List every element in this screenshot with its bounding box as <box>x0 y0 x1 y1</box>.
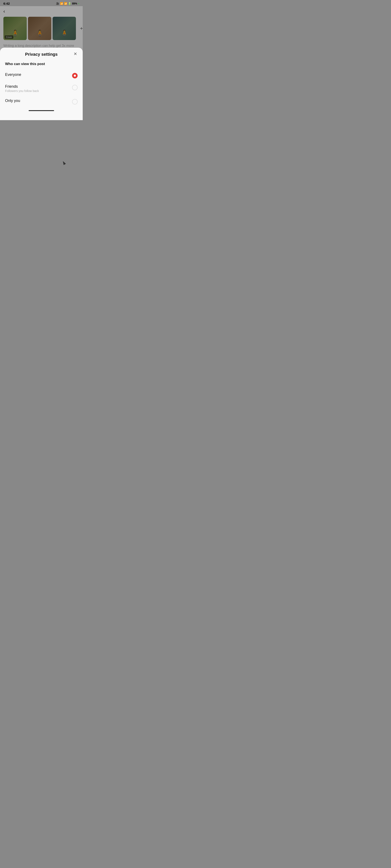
battery-dot: ● <box>78 2 79 5</box>
status-bar: 6:42 🎥 📶 📶 🔋 89% ● <box>0 0 83 6</box>
radio-everyone[interactable] <box>72 73 78 79</box>
status-time: 6:42 <box>3 2 10 5</box>
privacy-option-friends[interactable]: Friends Followers you follow back <box>0 82 83 96</box>
home-bar-line <box>29 110 54 111</box>
video-icon: 🎥 <box>56 2 59 5</box>
privacy-option-friends-sub: Followers you follow back <box>5 89 69 93</box>
privacy-option-only-you-text: Only you <box>5 98 69 103</box>
signal-icon: 📶 <box>60 2 63 5</box>
modal-close-button[interactable]: ✕ <box>72 51 79 57</box>
cursor <box>63 161 67 165</box>
modal-title: Privacy settings <box>25 52 57 57</box>
privacy-option-everyone-text: Everyone <box>5 72 69 77</box>
privacy-option-friends-text: Friends Followers you follow back <box>5 84 69 93</box>
privacy-option-everyone[interactable]: Everyone <box>0 69 83 82</box>
home-bar <box>0 107 83 114</box>
privacy-option-only-you-label: Only you <box>5 98 69 103</box>
radio-only-you[interactable] <box>72 99 78 104</box>
modal-header: Privacy settings ✕ <box>0 48 83 60</box>
battery-icon: 🔋 <box>68 2 71 5</box>
radio-friends[interactable] <box>72 85 78 90</box>
close-icon: ✕ <box>73 51 77 56</box>
privacy-option-friends-label: Friends <box>5 84 69 89</box>
status-icons: 🎥 📶 📶 🔋 89% ● <box>56 2 79 5</box>
privacy-option-everyone-label: Everyone <box>5 72 69 77</box>
privacy-section-title: Who can view this post <box>0 60 83 69</box>
privacy-modal: Privacy settings ✕ Who can view this pos… <box>0 48 83 120</box>
wifi-icon: 📶 <box>64 2 67 5</box>
main-page: ‹ 🧍 🧍 🧍 + Writing a long description can… <box>0 6 83 120</box>
battery-percent: 89% <box>72 2 77 5</box>
privacy-option-only-you[interactable]: Only you <box>0 96 83 107</box>
